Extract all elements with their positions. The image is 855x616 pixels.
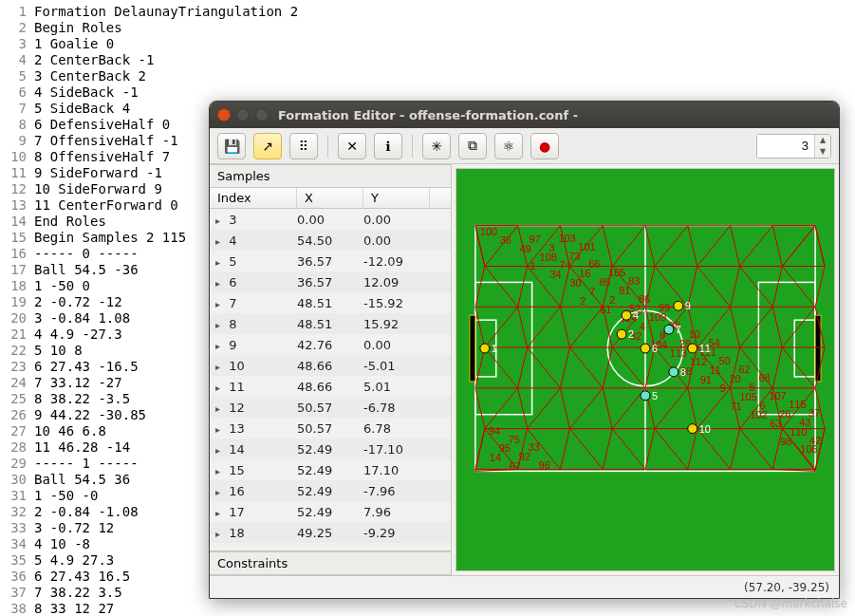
cursor-coords: (57.20, -39.25) (744, 581, 829, 594)
svg-point-255 (622, 310, 631, 320)
table-row[interactable]: ▸ 1148.665.01 (210, 376, 451, 397)
sample-spinner[interactable]: ▲ ▼ (756, 134, 831, 159)
table-row[interactable]: ▸ 1552.4917.10 (210, 459, 451, 480)
graph-button[interactable]: ✳ (422, 133, 451, 159)
svg-line-75 (612, 226, 645, 267)
pitch-view[interactable]: 1001232387198363461104911021064930114113… (455, 168, 835, 571)
svg-text:107: 107 (769, 390, 786, 401)
table-row[interactable]: ▸ 1452.49-17.10 (210, 439, 451, 459)
svg-line-89 (612, 429, 645, 470)
svg-text:50: 50 (719, 355, 731, 366)
svg-line-151 (772, 266, 782, 307)
table-row[interactable]: ▸ 748.51-15.92 (210, 292, 451, 313)
minimize-icon[interactable] (236, 108, 250, 121)
svg-text:9: 9 (720, 383, 726, 394)
formation-editor-window: Formation Editor - offense-formation.con… (209, 101, 840, 599)
table-row[interactable]: ▸ 636.5712.09 (210, 271, 451, 292)
window-title: Formation Editor - offense-formation.con… (278, 108, 578, 122)
table-row[interactable]: ▸ 1849.25-9.29 (210, 522, 451, 543)
svg-line-86 (603, 429, 612, 470)
delete-button[interactable]: ✕ (338, 133, 366, 159)
table-row[interactable]: ▸ 1949.259.29 (210, 543, 451, 548)
svg-line-62 (569, 307, 603, 347)
expand-icon: ↗ (262, 139, 273, 154)
expand-button[interactable]: ↗ (253, 133, 282, 159)
svg-line-159 (782, 307, 815, 347)
svg-text:42: 42 (809, 435, 821, 446)
nodes-button[interactable]: ⠿ (289, 133, 318, 159)
table-row[interactable]: ▸ 1652.49-7.96 (210, 480, 451, 501)
graph-icon: ✳ (431, 139, 442, 154)
svg-line-174 (815, 226, 825, 267)
svg-line-135 (731, 307, 740, 347)
table-row[interactable]: ▸ 454.500.00 (210, 230, 451, 251)
svg-text:36: 36 (500, 234, 511, 246)
table-row[interactable]: ▸ 1752.497.96 (210, 501, 451, 522)
copy-icon: ⧉ (468, 138, 477, 154)
record-button[interactable]: ● (530, 133, 559, 159)
samples-header[interactable]: Samples (210, 164, 451, 188)
pitch-svg: 1001232387198363461104911021064930114113… (456, 169, 834, 566)
svg-line-113 (697, 226, 731, 267)
svg-line-173 (815, 266, 825, 307)
col-index-header[interactable]: Index (210, 188, 297, 208)
maximize-icon[interactable] (255, 108, 269, 121)
svg-line-12 (475, 266, 485, 307)
toolbar-separator (327, 135, 328, 158)
svg-text:97: 97 (530, 233, 541, 245)
svg-line-19 (475, 347, 485, 388)
table-row[interactable]: ▸ 1250.57-6.78 (210, 397, 451, 418)
svg-line-26 (485, 388, 518, 429)
spinner-up-icon[interactable]: ▲ (815, 135, 830, 146)
info-icon: ℹ (385, 139, 390, 154)
cross-icon: ✕ (346, 139, 358, 154)
svg-line-148 (772, 226, 782, 267)
svg-line-94 (655, 226, 688, 267)
svg-text:5: 5 (652, 390, 658, 401)
svg-text:2: 2 (628, 328, 634, 340)
svg-line-127 (697, 429, 731, 470)
table-row[interactable]: ▸ 848.5115.92 (210, 313, 451, 334)
svg-line-20 (485, 307, 518, 347)
network-button[interactable]: ⚛ (494, 133, 523, 159)
svg-rect-7 (470, 315, 475, 382)
svg-text:103: 103 (558, 233, 575, 244)
svg-line-61 (560, 347, 569, 388)
table-row[interactable]: ▸ 30.000.00 (210, 209, 451, 230)
svg-point-253 (617, 329, 626, 339)
svg-text:96: 96 (539, 459, 550, 471)
svg-line-143 (731, 429, 740, 470)
svg-text:83: 83 (628, 275, 640, 287)
network-icon: ⚛ (503, 139, 515, 154)
svg-text:1: 1 (530, 260, 536, 271)
sample-spinner-input[interactable] (757, 135, 814, 158)
svg-line-67 (560, 429, 569, 470)
svg-text:105: 105 (608, 267, 625, 278)
info-button[interactable]: ℹ (374, 133, 402, 159)
table-row[interactable]: ▸ 1048.66-5.01 (210, 355, 451, 376)
svg-point-265 (669, 367, 678, 377)
table-rows[interactable]: ▸ 30.000.00▸ 454.500.00▸ 536.57-12.09▸ 6… (210, 209, 451, 548)
svg-line-55 (560, 266, 569, 307)
svg-text:4: 4 (640, 321, 645, 332)
spinner-down-icon[interactable]: ▼ (815, 146, 830, 158)
table-row[interactable]: ▸ 536.57-12.09 (210, 251, 451, 271)
svg-line-72 (603, 226, 612, 267)
svg-text:6: 6 (652, 343, 658, 354)
col-x-header[interactable]: X (297, 188, 363, 208)
svg-text:5: 5 (749, 382, 754, 393)
constraints-header[interactable]: Constraints (210, 551, 451, 575)
svg-rect-8 (815, 315, 821, 382)
save-button[interactable]: 💾 (217, 133, 246, 159)
copy-button[interactable]: ⧉ (458, 133, 487, 159)
table-row[interactable]: ▸ 1350.576.78 (210, 418, 451, 439)
svg-text:9: 9 (685, 300, 691, 311)
titlebar[interactable]: Formation Editor - offense-formation.con… (210, 102, 839, 128)
svg-line-138 (739, 307, 772, 347)
close-icon[interactable] (217, 108, 231, 121)
svg-line-65 (560, 388, 569, 429)
col-y-header[interactable]: Y (363, 188, 430, 208)
svg-text:37: 37 (809, 407, 820, 419)
save-icon: 💾 (224, 139, 240, 154)
table-row[interactable]: ▸ 942.760.00 (210, 334, 451, 355)
